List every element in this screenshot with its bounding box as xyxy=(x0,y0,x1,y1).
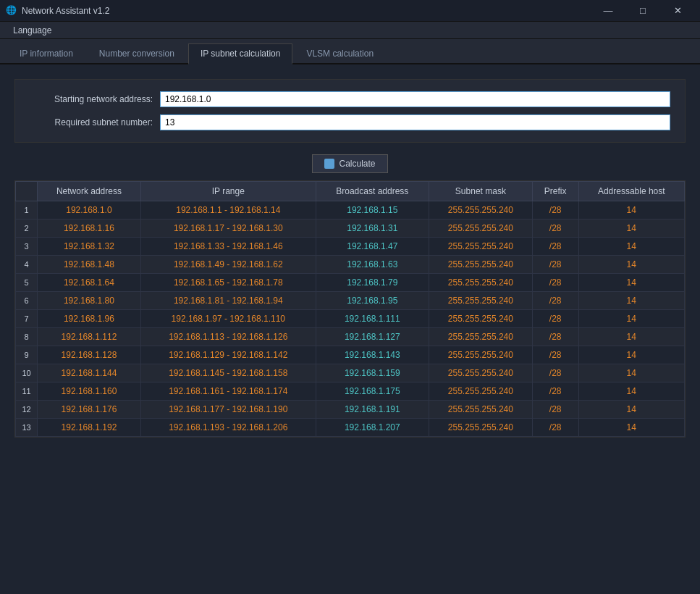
cell-subnet-mask: 255.255.255.240 xyxy=(429,219,532,238)
cell-subnet-mask: 255.255.255.240 xyxy=(429,364,532,382)
cell-network-address: 192.168.1.80 xyxy=(38,292,141,310)
cell-subnet-mask: 255.255.255.240 xyxy=(429,401,532,419)
table-row: 2192.168.1.16192.168.1.17 - 192.168.1.30… xyxy=(16,219,685,238)
cell-subnet-mask: 255.255.255.240 xyxy=(429,382,532,401)
cell-broadcast-address: 192.168.1.207 xyxy=(316,419,429,437)
app-icon: 🌐 xyxy=(6,5,17,17)
cell-network-address: 192.168.1.16 xyxy=(38,219,141,238)
col-num xyxy=(16,182,38,201)
cell-addressable-host: 14 xyxy=(578,382,685,401)
cell-row-num: 12 xyxy=(16,401,38,419)
table-row: 11192.168.1.160192.168.1.161 - 192.168.1… xyxy=(16,382,685,401)
cell-subnet-mask: 255.255.255.240 xyxy=(429,346,532,364)
cell-addressable-host: 14 xyxy=(578,201,685,219)
cell-prefix: /28 xyxy=(532,328,578,346)
tab-vlsm-calculation[interactable]: VLSM calculation xyxy=(294,43,386,63)
menu-language[interactable]: Language xyxy=(6,23,59,38)
required-subnet-row: Required subnet number: xyxy=(30,114,670,130)
table-row: 13192.168.1.192192.168.1.193 - 192.168.1… xyxy=(16,419,685,437)
cell-row-num: 6 xyxy=(16,292,38,310)
cell-prefix: /28 xyxy=(532,238,578,256)
cell-row-num: 9 xyxy=(16,346,38,364)
cell-prefix: /28 xyxy=(532,419,578,437)
cell-subnet-mask: 255.255.255.240 xyxy=(429,292,532,310)
cell-addressable-host: 14 xyxy=(578,310,685,328)
cell-row-num: 3 xyxy=(16,238,38,256)
tab-number-conversion[interactable]: Number conversion xyxy=(87,43,187,63)
table-row: 6192.168.1.80192.168.1.81 - 192.168.1.94… xyxy=(16,292,685,310)
cell-broadcast-address: 192.168.1.63 xyxy=(316,256,429,274)
cell-addressable-host: 14 xyxy=(578,401,685,419)
cell-ip-range: 192.168.1.49 - 192.168.1.62 xyxy=(140,256,316,274)
cell-addressable-host: 14 xyxy=(578,256,685,274)
tab-bar: IP information Number conversion IP subn… xyxy=(0,39,700,64)
cell-ip-range: 192.168.1.97 - 192.168.1.110 xyxy=(140,310,316,328)
table-row: 5192.168.1.64192.168.1.65 - 192.168.1.78… xyxy=(16,274,685,292)
cell-prefix: /28 xyxy=(532,346,578,364)
cell-prefix: /28 xyxy=(532,256,578,274)
cell-subnet-mask: 255.255.255.240 xyxy=(429,238,532,256)
cell-broadcast-address: 192.168.1.79 xyxy=(316,274,429,292)
cell-ip-range: 192.168.1.177 - 192.168.1.190 xyxy=(140,401,316,419)
main-content: Starting network address: Required subne… xyxy=(0,64,700,593)
cell-ip-range: 192.168.1.161 - 192.168.1.174 xyxy=(140,382,316,401)
cell-ip-range: 192.168.1.1 - 192.168.1.14 xyxy=(140,201,316,219)
cell-ip-range: 192.168.1.193 - 192.168.1.206 xyxy=(140,419,316,437)
results-table-container[interactable]: Network address IP range Broadcast addre… xyxy=(14,180,686,438)
required-subnet-input[interactable] xyxy=(160,114,670,130)
cell-row-num: 11 xyxy=(16,382,38,401)
cell-row-num: 10 xyxy=(16,364,38,382)
cell-network-address: 192.168.1.192 xyxy=(38,419,141,437)
cell-row-num: 5 xyxy=(16,274,38,292)
calculate-icon xyxy=(324,159,334,169)
cell-ip-range: 192.168.1.81 - 192.168.1.94 xyxy=(140,292,316,310)
cell-row-num: 8 xyxy=(16,328,38,346)
cell-addressable-host: 14 xyxy=(578,274,685,292)
cell-network-address: 192.168.1.160 xyxy=(38,382,141,401)
cell-prefix: /28 xyxy=(532,201,578,219)
minimize-button[interactable]: — xyxy=(591,0,625,22)
cell-subnet-mask: 255.255.255.240 xyxy=(429,201,532,219)
col-network-address: Network address xyxy=(38,182,141,201)
required-subnet-label: Required subnet number: xyxy=(30,117,160,127)
close-button[interactable]: ✕ xyxy=(661,0,694,22)
cell-network-address: 192.168.1.32 xyxy=(38,238,141,256)
cell-prefix: /28 xyxy=(532,219,578,238)
window-controls: — □ ✕ xyxy=(591,0,694,22)
cell-network-address: 192.168.1.144 xyxy=(38,364,141,382)
cell-prefix: /28 xyxy=(532,401,578,419)
cell-broadcast-address: 192.168.1.143 xyxy=(316,346,429,364)
cell-ip-range: 192.168.1.65 - 192.168.1.78 xyxy=(140,274,316,292)
cell-ip-range: 192.168.1.113 - 192.168.1.126 xyxy=(140,328,316,346)
col-ip-range: IP range xyxy=(140,182,316,201)
starting-network-input[interactable] xyxy=(160,91,670,107)
input-form: Starting network address: Required subne… xyxy=(14,79,686,143)
cell-subnet-mask: 255.255.255.240 xyxy=(429,256,532,274)
cell-prefix: /28 xyxy=(532,310,578,328)
maximize-button[interactable]: □ xyxy=(626,0,659,22)
cell-broadcast-address: 192.168.1.111 xyxy=(316,310,429,328)
table-row: 7192.168.1.96192.168.1.97 - 192.168.1.11… xyxy=(16,310,685,328)
table-row: 3192.168.1.32192.168.1.33 - 192.168.1.46… xyxy=(16,238,685,256)
starting-network-row: Starting network address: xyxy=(30,91,670,107)
cell-row-num: 1 xyxy=(16,201,38,219)
cell-addressable-host: 14 xyxy=(578,219,685,238)
app-title: Network Assistant v1.2 xyxy=(22,6,109,16)
calculate-button[interactable]: Calculate xyxy=(312,154,387,173)
cell-network-address: 192.168.1.96 xyxy=(38,310,141,328)
cell-broadcast-address: 192.168.1.127 xyxy=(316,328,429,346)
calculate-label: Calculate xyxy=(339,159,375,169)
table-row: 1192.168.1.0192.168.1.1 - 192.168.1.1419… xyxy=(16,201,685,219)
tab-ip-subnet-calculation[interactable]: IP subnet calculation xyxy=(188,43,293,64)
cell-prefix: /28 xyxy=(532,292,578,310)
cell-network-address: 192.168.1.112 xyxy=(38,328,141,346)
cell-ip-range: 192.168.1.145 - 192.168.1.158 xyxy=(140,364,316,382)
tab-ip-information[interactable]: IP information xyxy=(7,43,85,63)
cell-ip-range: 192.168.1.33 - 192.168.1.46 xyxy=(140,238,316,256)
cell-network-address: 192.168.1.128 xyxy=(38,346,141,364)
cell-prefix: /28 xyxy=(532,382,578,401)
cell-row-num: 4 xyxy=(16,256,38,274)
cell-row-num: 13 xyxy=(16,419,38,437)
cell-broadcast-address: 192.168.1.159 xyxy=(316,364,429,382)
cell-broadcast-address: 192.168.1.175 xyxy=(316,382,429,401)
